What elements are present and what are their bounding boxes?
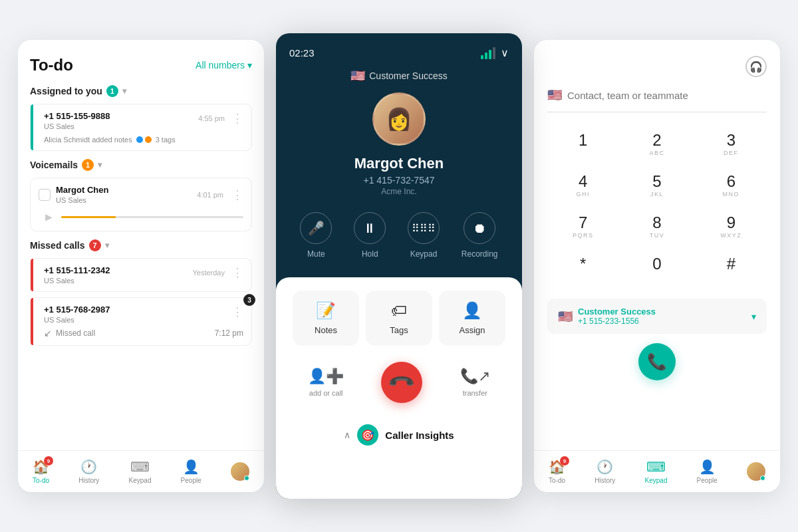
tag-row: Alicia Schmidt added notes 3 tags xyxy=(39,136,243,144)
chevron-down-icon[interactable]: ∨ xyxy=(501,47,509,59)
assign-icon: 👤 xyxy=(462,301,482,320)
tag-dots xyxy=(136,136,152,143)
keypad-icon: ⠿⠿⠿ xyxy=(408,212,440,244)
play-button[interactable]: ▶ xyxy=(41,209,56,224)
sig-bar-4 xyxy=(493,47,495,59)
caller-insights-bar[interactable]: ∧ 🎯 Caller Insights xyxy=(289,416,509,446)
call-bottom-section: 📝 Notes 🏷 Tags 👤 Assign 👤➕ add or call xyxy=(276,277,522,499)
nav-badge: 9 xyxy=(44,456,53,466)
more-options-icon[interactable]: ⋮ xyxy=(231,305,243,319)
call-top-section: 02:23 ∨ 🇺🇸 Customer Success 👩 xyxy=(276,33,522,277)
key-0[interactable]: 0 xyxy=(621,249,692,288)
nav-item-avatar-right[interactable] xyxy=(747,462,765,481)
insights-icon: 🎯 xyxy=(357,424,378,446)
tag-dot-orange xyxy=(145,136,152,143)
todo-header: To-do All numbers ▾ xyxy=(30,56,252,74)
status-bar xyxy=(31,259,33,291)
nav-item-keypad-right[interactable]: ⌨ Keypad xyxy=(645,459,668,484)
assigned-section-header: Assigned to you 1 ▾ xyxy=(30,85,252,97)
key-2[interactable]: 2 ABC xyxy=(621,126,692,164)
mute-button[interactable]: 🎤 Mute xyxy=(300,212,332,259)
right-bottom-nav: 🏠 9 To-do 🕐 History ⌨ Keypad 👤 People xyxy=(534,450,780,492)
more-options-icon[interactable]: ⋮ xyxy=(231,111,243,126)
nav-item-todo-right[interactable]: 🏠 9 To-do xyxy=(549,459,565,484)
more-options-icon[interactable]: ⋮ xyxy=(231,265,243,280)
all-numbers-filter[interactable]: All numbers ▾ xyxy=(196,60,252,70)
screen-container: To-do All numbers ▾ Assigned to you 1 ▾ … xyxy=(5,20,793,512)
caller-avatar: 👩 xyxy=(372,92,426,146)
nav-item-people-right[interactable]: 👤 People xyxy=(697,459,718,484)
sig-bar-1 xyxy=(481,55,483,59)
nav-badge-wrap: 🏠 9 xyxy=(549,459,565,475)
key-hash[interactable]: # xyxy=(696,249,767,288)
call-time: 4:55 pm xyxy=(198,114,225,122)
key-5[interactable]: 5 JKL xyxy=(621,167,692,205)
flag-icon: 🇺🇸 xyxy=(547,88,562,102)
status-bar xyxy=(31,104,33,150)
right-panel: 🎧 🇺🇸 1 2 ABC 3 DEF xyxy=(534,40,780,492)
assigned-call-item[interactable]: +1 515-155-9888 US Sales 4:55 pm ⋮ Alici… xyxy=(30,104,252,151)
status-bar xyxy=(31,298,33,345)
missed-call-item-2[interactable]: 3 +1 515-768-2987 US Sales ⋮ ↙ Missed ca… xyxy=(30,297,252,346)
mute-icon: 🎤 xyxy=(300,212,332,244)
missed-call-item-1[interactable]: +1 515-111-2342 US Sales Yesterday ⋮ xyxy=(30,258,252,292)
nav-item-todo[interactable]: 🏠 9 To-do xyxy=(33,459,49,484)
recording-button[interactable]: ⏺ Recording xyxy=(462,212,498,259)
caller-number: +1 415-732-7547 xyxy=(363,175,434,186)
flag-icon: 🇺🇸 xyxy=(350,68,365,83)
call-time: Yesterday xyxy=(192,269,225,277)
chevron-down-icon[interactable]: ▾ xyxy=(751,311,756,322)
notes-button[interactable]: 📝 Notes xyxy=(293,291,359,346)
hangup-button[interactable]: 📞 xyxy=(381,362,422,403)
keypad-icon: ⌨ xyxy=(646,459,666,475)
contact-search-input[interactable] xyxy=(567,90,767,101)
voicemail-audio-player[interactable]: ▶ xyxy=(39,209,243,224)
audio-progress-bar[interactable] xyxy=(61,216,243,218)
keypad-button[interactable]: ⠿⠿⠿ Keypad xyxy=(408,212,440,259)
hold-icon: ⏸ xyxy=(354,212,386,244)
headset-button[interactable]: 🎧 xyxy=(745,56,767,77)
nav-item-history[interactable]: 🕐 History xyxy=(78,459,99,484)
voicemails-section-header: Voicemails 1 ▾ xyxy=(30,159,252,171)
sig-bar-2 xyxy=(485,53,487,59)
tags-button[interactable]: 🏷 Tags xyxy=(366,291,432,346)
missed-calls-section-header: Missed calls 7 ▾ xyxy=(30,239,252,251)
sig-bar-3 xyxy=(489,50,491,59)
hangup-icon: 📞 xyxy=(387,368,417,398)
hold-button[interactable]: ⏸ Hold xyxy=(354,212,386,259)
more-options-icon[interactable]: ⋮ xyxy=(231,188,243,202)
history-icon: 🕐 xyxy=(80,459,97,475)
call-label: US Sales xyxy=(44,277,110,285)
key-6[interactable]: 6 MNO xyxy=(696,167,767,205)
action-row: 📝 Notes 🏷 Tags 👤 Assign xyxy=(289,291,509,346)
voicemail-checkbox[interactable] xyxy=(39,189,51,201)
key-8[interactable]: 8 TUV xyxy=(621,208,692,247)
key-3[interactable]: 3 DEF xyxy=(696,126,767,164)
call-button[interactable]: 📞 xyxy=(638,343,676,380)
line-name: Customer Success xyxy=(578,307,746,317)
call-label: US Sales xyxy=(44,122,110,130)
line-number: +1 515-233-1556 xyxy=(578,317,746,326)
notes-icon: 📝 xyxy=(316,301,336,320)
call-actions-row: 👤➕ add or call 📞 📞↗ transfer xyxy=(289,362,509,403)
assign-button[interactable]: 👤 Assign xyxy=(439,291,505,346)
key-9[interactable]: 9 WXYZ xyxy=(696,208,767,247)
nav-item-people[interactable]: 👤 People xyxy=(181,459,201,484)
signal-bars xyxy=(481,47,495,59)
nav-item-avatar[interactable] xyxy=(231,462,249,481)
add-or-call-button[interactable]: 👤➕ add or call xyxy=(308,368,344,397)
transfer-icon: 📞↗ xyxy=(460,368,490,385)
phone-icon: 📞 xyxy=(647,352,667,371)
key-1[interactable]: 1 xyxy=(547,126,618,164)
phone-number: +1 515-155-9888 xyxy=(44,111,110,121)
nav-badge: 9 xyxy=(560,456,569,466)
nav-item-history-right[interactable]: 🕐 History xyxy=(595,459,615,484)
voicemail-item[interactable]: Margot Chen US Sales 4:01 pm ⋮ ▶ xyxy=(30,178,252,231)
transfer-button[interactable]: 📞↗ transfer xyxy=(460,368,490,397)
key-7[interactable]: 7 PQRS xyxy=(547,208,618,247)
selected-line[interactable]: 🇺🇸 Customer Success +1 515-233-1556 ▾ xyxy=(547,299,767,334)
recording-icon: ⏺ xyxy=(464,212,495,244)
nav-item-keypad[interactable]: ⌨ Keypad xyxy=(129,459,152,484)
key-4[interactable]: 4 GHI xyxy=(547,167,618,205)
key-star[interactable]: * xyxy=(547,249,618,288)
